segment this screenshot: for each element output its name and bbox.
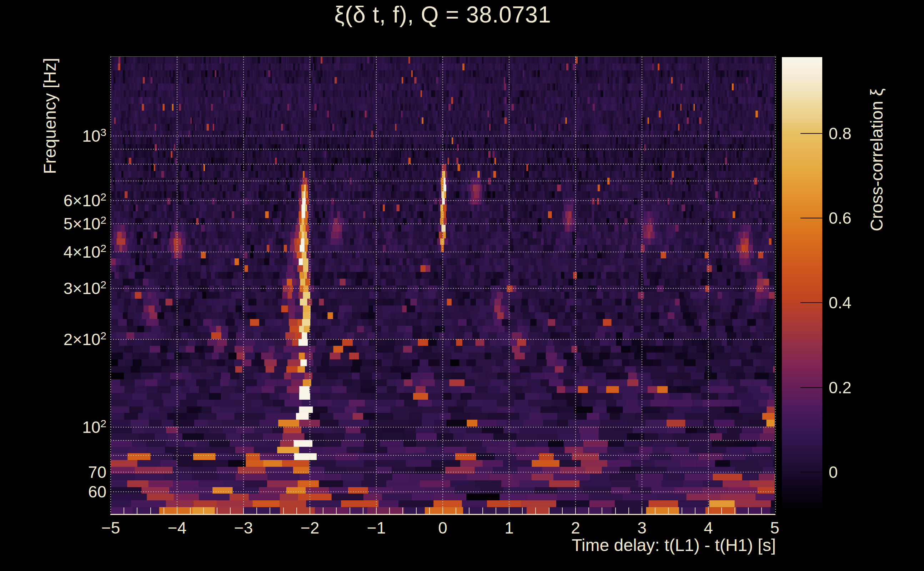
x-tick-label: −3 <box>234 518 253 537</box>
x-axis-minor-tick <box>363 508 363 514</box>
x-axis-minor-tick <box>575 508 576 514</box>
x-axis-minor-tick <box>615 508 616 514</box>
x-axis-minor-tick <box>589 508 589 514</box>
colorbar-tick-line <box>800 472 823 472</box>
x-gridline <box>708 57 709 514</box>
y-tick-label: 4×102 <box>35 242 107 262</box>
colorbar-tick-label: 0.6 <box>829 208 851 228</box>
x-tick-label: 5 <box>770 518 779 537</box>
x-axis-minor-tick <box>429 508 430 514</box>
y-gridline <box>111 472 775 472</box>
x-gridline <box>641 57 642 514</box>
x-axis-minor-tick <box>509 508 510 514</box>
colorbar-tick-label: 0.8 <box>829 124 851 143</box>
y-gridline <box>111 181 775 181</box>
x-axis-minor-tick <box>655 508 655 514</box>
y-gridline <box>111 136 775 136</box>
x-axis-minor-tick <box>482 508 483 514</box>
x-axis-minor-tick <box>336 508 337 514</box>
x-axis-minor-tick <box>522 508 523 514</box>
y-gridline <box>111 252 775 252</box>
y-axis-title: Frequency [Hz] <box>40 55 60 177</box>
x-tick-label: 0 <box>438 518 447 537</box>
y-gridline <box>111 440 775 441</box>
x-axis-minor-tick <box>256 508 257 514</box>
x-axis-minor-tick <box>389 508 390 514</box>
x-axis-minor-tick <box>217 508 218 514</box>
x-axis-minor-tick <box>137 508 138 514</box>
x-axis-minor-tick <box>150 508 151 514</box>
colorbar-title: Cross-correlation ξ <box>867 54 887 231</box>
y-gridline <box>111 427 775 427</box>
y-tick-label: 2×102 <box>35 330 107 349</box>
x-axis-minor-tick <box>177 508 178 514</box>
x-tick-label: 4 <box>704 518 713 537</box>
colorbar-tick-label: 0 <box>829 463 838 482</box>
x-axis-minor-tick <box>203 508 204 514</box>
x-axis-minor-tick <box>309 508 310 514</box>
x-axis-minor-tick <box>496 508 496 514</box>
x-tick-label: 3 <box>637 518 647 537</box>
x-axis-minor-tick <box>456 508 456 514</box>
y-gridline <box>111 224 775 224</box>
plot-spine-right <box>775 57 776 514</box>
colorbar-tick-line <box>800 387 823 388</box>
x-axis-minor-tick <box>230 508 231 514</box>
x-gridline <box>442 57 443 514</box>
y-tick-label: 5×102 <box>35 214 107 233</box>
x-tick-label: −5 <box>101 518 120 537</box>
y-tick-label: 103 <box>35 127 107 146</box>
x-axis-minor-tick <box>323 508 323 514</box>
y-gridline <box>111 491 775 492</box>
plot-spine-left <box>110 57 111 514</box>
x-axis-minor-tick <box>549 508 550 514</box>
colorbar-tick-line <box>800 133 823 134</box>
colorbar-tick-label: 0.2 <box>829 378 851 397</box>
y-gridline <box>111 149 775 150</box>
x-axis-minor-tick <box>708 508 709 514</box>
x-axis-minor-tick <box>164 508 164 514</box>
x-gridline <box>177 57 178 514</box>
x-tick-label: −4 <box>168 518 186 537</box>
x-axis-minor-tick <box>296 508 297 514</box>
x-gridline <box>575 57 576 514</box>
x-axis-minor-tick <box>243 508 244 514</box>
x-axis-minor-tick <box>628 508 629 514</box>
x-gridline <box>376 57 377 514</box>
y-gridline <box>111 455 775 456</box>
x-axis-minor-tick <box>641 508 642 514</box>
y-tick-label: 6×102 <box>35 191 107 210</box>
plot-spine-bottom <box>110 514 776 515</box>
y-gridline <box>111 164 775 165</box>
x-axis-minor-tick <box>376 508 377 514</box>
x-tick-label: −1 <box>367 518 386 537</box>
x-gridline <box>243 57 244 514</box>
x-axis-minor-tick <box>442 508 443 514</box>
y-gridline <box>111 200 775 201</box>
x-gridline <box>309 57 310 514</box>
x-axis-minor-tick <box>748 508 749 514</box>
figure-root: { "figure": { "title": "ξ(δ t, f), Q = 3… <box>0 0 924 571</box>
x-tick-label: 2 <box>571 518 580 537</box>
x-axis-minor-tick <box>402 508 403 514</box>
y-tick-label: 3×102 <box>35 278 107 298</box>
x-axis-minor-tick <box>695 508 695 514</box>
colorbar-tick-label: 0.4 <box>829 293 851 312</box>
x-tick-label: −2 <box>301 518 319 537</box>
x-axis-minor-tick <box>721 508 722 514</box>
x-axis-minor-tick <box>761 508 762 514</box>
colorbar-gradient <box>782 57 822 510</box>
y-tick-label: 60 <box>35 482 107 502</box>
x-axis-minor-tick <box>469 508 470 514</box>
x-axis-minor-tick <box>535 508 536 514</box>
x-axis-title: Time delay: t(L1) - t(H1) [s] <box>111 536 776 555</box>
colorbar-tick-line <box>800 302 823 303</box>
x-axis-minor-tick <box>283 508 284 514</box>
x-axis-minor-tick <box>416 508 417 514</box>
x-axis-minor-tick <box>562 508 563 514</box>
x-axis-minor-tick <box>734 508 735 514</box>
x-gridline <box>509 57 510 514</box>
y-tick-label: 102 <box>35 418 107 437</box>
chart-title: ξ(δ t, f), Q = 38.0731 <box>0 2 885 28</box>
colorbar-tick-line <box>800 218 823 218</box>
